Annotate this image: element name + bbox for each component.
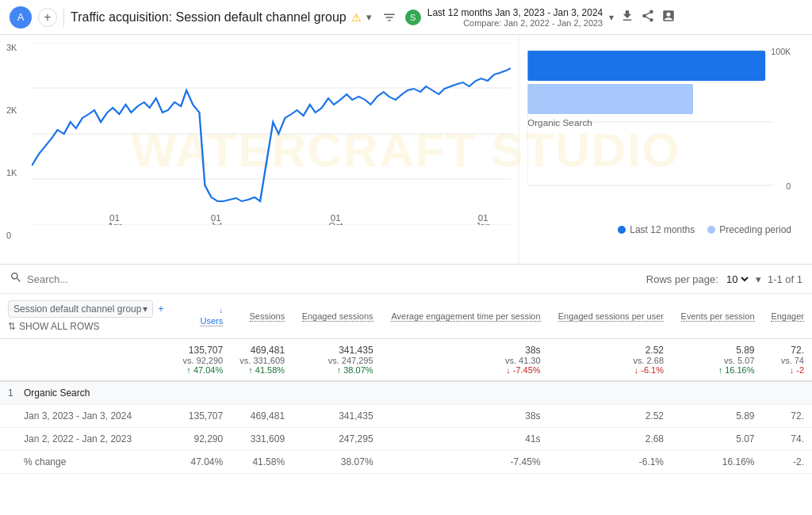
period2-avg-cell: 41s	[381, 428, 549, 451]
period1-dim-cell: Jan 3, 2023 - Jan 3, 2024	[0, 405, 174, 428]
filter-icon[interactable]	[378, 6, 400, 29]
summary-rate-change: ↓ -2	[771, 365, 804, 375]
y-label-1k: 1K	[6, 168, 17, 177]
change-avg-cell: -7.45%	[381, 451, 549, 474]
change-users-cell: 47.04%	[174, 451, 231, 474]
summary-rate-value: 72.	[771, 345, 804, 356]
period2-epu-cell: 2.68	[549, 428, 672, 451]
export-icon[interactable]	[620, 9, 634, 26]
organic-search-row: 1 Organic Search	[0, 381, 812, 405]
period2-dim-cell: Jan 2, 2022 - Jan 2, 2023	[0, 428, 174, 451]
engaged-sessions-col-header[interactable]: Engaged sessions	[293, 294, 381, 339]
line-chart-container: 3K 2K 1K 0 01 Apr 01 Jul 01 Oct 01 Jan	[0, 35, 519, 264]
organic-search-label: Organic Search	[24, 387, 90, 399]
chevron-down-icon-date[interactable]: ▾	[609, 12, 614, 23]
engagement-rate-col-header[interactable]: Engager	[763, 294, 812, 339]
legend-current-label: Last 12 months	[630, 224, 695, 235]
header-actions	[620, 9, 676, 26]
dim-header: Session default channel group ▾ +	[8, 300, 166, 318]
period2-users-cell: 92,290	[174, 428, 231, 451]
data-table: Session default channel group ▾ + ⇅ SHOW…	[0, 294, 812, 474]
y-label-3k: 3K	[6, 43, 17, 52]
summary-users-value: 135,707	[182, 345, 223, 356]
sessions-col-header[interactable]: Sessions	[231, 294, 293, 339]
warning-icon[interactable]: ⚠	[351, 11, 362, 24]
row1-eps-cell	[672, 381, 763, 405]
insights-icon[interactable]	[661, 9, 676, 26]
table-body: 135,707 vs. 92,290 ↑ 47.04% 469,481 vs. …	[0, 339, 812, 474]
search-input-wrap	[10, 271, 640, 287]
svg-rect-19	[527, 84, 693, 114]
avatar[interactable]: A	[10, 6, 32, 29]
show-all-rows-label: SHOW ALL ROWS	[19, 321, 100, 332]
chevron-down-icon-dim: ▾	[143, 303, 147, 315]
period1-eps-cell: 5.89	[672, 405, 763, 428]
summary-epu-value: 2.52	[557, 345, 664, 356]
search-row: Rows per page: 10 25 50 ▾ 1-1 of 1	[0, 265, 812, 294]
svg-text:Oct: Oct	[328, 222, 343, 225]
chevron-down-icon[interactable]: ▾	[366, 11, 372, 23]
summary-engaged-cell: 341,435 vs. 247,295 ↑ 38.07%	[293, 339, 381, 382]
summary-avg-change: ↓ -7.45%	[389, 365, 541, 375]
summary-users-change: ↑ 47.04%	[182, 365, 223, 375]
users-label: Users	[200, 316, 223, 326]
filter-s-badge[interactable]: S	[405, 10, 421, 25]
period1-engaged-cell: 341,435	[293, 405, 381, 428]
rows-per-page: Rows per page: 10 25 50 ▾	[646, 273, 761, 286]
add-dimension-button[interactable]: +	[158, 303, 163, 315]
table-header-row: Session default channel group ▾ + ⇅ SHOW…	[0, 294, 812, 339]
page-title: Traffic acquisition: Session default cha…	[71, 10, 347, 25]
show-all-rows-button[interactable]: ⇅ SHOW ALL ROWS	[8, 321, 166, 332]
legend-current: Last 12 months	[618, 224, 695, 235]
summary-sessions-vs: vs. 331,609	[239, 356, 285, 365]
date-range[interactable]: Last 12 months Jan 3, 2023 - Jan 3, 2024…	[427, 7, 603, 28]
legend-preceding: Preceding period	[707, 224, 791, 235]
avg-engagement-col-header[interactable]: Average engagement time per session	[381, 294, 549, 339]
events-per-session-col-header[interactable]: Events per session	[672, 294, 763, 339]
change-epu-cell: -6.1%	[549, 451, 672, 474]
date-range-main: Last 12 months Jan 3, 2023 - Jan 3, 2024	[427, 7, 603, 18]
period2-engaged-cell: 247,295	[293, 428, 381, 451]
sessions-header-inner: Sessions	[239, 311, 285, 322]
row1-users-cell	[174, 381, 231, 405]
table-area: Rows per page: 10 25 50 ▾ 1-1 of 1 Sessi…	[0, 265, 812, 474]
summary-epu-change: ↓ -6.1%	[557, 365, 664, 375]
row-number: 1	[8, 387, 13, 399]
dimension-dropdown[interactable]: Session default channel group ▾	[8, 300, 153, 318]
engagement-rate-header-inner: Engager	[771, 311, 804, 322]
period1-users-cell: 135,707	[174, 405, 231, 428]
search-input[interactable]	[27, 273, 160, 285]
engaged-per-user-col-header[interactable]: Engaged sessions per user	[549, 294, 672, 339]
add-view-button[interactable]: +	[38, 8, 57, 27]
row1-rate-cell	[763, 381, 812, 405]
change-engaged-cell: 38.07%	[293, 451, 381, 474]
period2-rate-cell: 74.	[763, 428, 812, 451]
share-icon[interactable]	[641, 9, 655, 26]
page-info: 1-1 of 1	[768, 273, 802, 285]
svg-text:Jan: Jan	[476, 222, 491, 225]
bar-chart-container: 100K 0 Organic Search Last 12 months Pre…	[519, 35, 812, 264]
header-divider	[63, 8, 64, 27]
change-row: % change 47.04% 41.58% 38.07% -7.45% -6.…	[0, 451, 812, 474]
summary-dim-cell	[0, 339, 174, 382]
row1-dim-cell: 1 Organic Search	[0, 381, 174, 405]
rows-per-page-select[interactable]: 10 25 50	[723, 273, 751, 286]
summary-rate-cell: 72. vs. 74 ↓ -2	[763, 339, 812, 382]
summary-eps-change: ↑ 16.16%	[680, 365, 755, 375]
summary-eps-cell: 5.89 vs. 5.07 ↑ 16.16%	[672, 339, 763, 382]
engaged-per-user-label: Engaged sessions per user	[558, 311, 664, 322]
row1-epu-cell	[549, 381, 672, 405]
legend-dot-preceding	[707, 226, 715, 234]
users-col-header[interactable]: ↓ Users	[174, 294, 231, 339]
change-eps-cell: 16.16%	[672, 451, 763, 474]
summary-row: 135,707 vs. 92,290 ↑ 47.04% 469,481 vs. …	[0, 339, 812, 382]
chevron-down-icon-rows: ▾	[756, 273, 761, 285]
summary-users-vs: vs. 92,290	[182, 356, 223, 365]
period2-row: Jan 2, 2022 - Jan 2, 2023 92,290 331,609…	[0, 428, 812, 451]
users-header-inner: ↓ Users	[182, 306, 223, 326]
sessions-label: Sessions	[250, 311, 285, 322]
dim-col-header: Session default channel group ▾ + ⇅ SHOW…	[0, 294, 174, 339]
summary-engaged-value: 341,435	[301, 345, 373, 356]
avg-engagement-label: Average engagement time per session	[391, 311, 540, 322]
table-header: Session default channel group ▾ + ⇅ SHOW…	[0, 294, 812, 339]
